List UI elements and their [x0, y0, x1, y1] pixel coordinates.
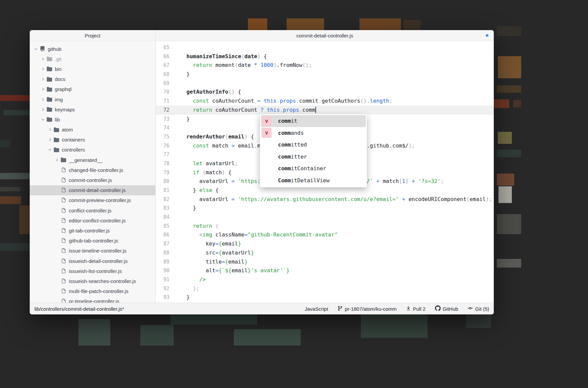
tree-file-github-tab-controller.js[interactable]: github-tab-controller.js: [30, 236, 155, 246]
code-text: return (: [175, 222, 218, 231]
code-line[interactable]: 66humanizeTimeSince(date) {: [156, 52, 494, 61]
tree-folder-atom[interactable]: atom: [30, 125, 155, 135]
tree-file-issue-timeline-controller.js[interactable]: issue-timeline-controller.js: [30, 246, 155, 256]
tree-folder--generated-[interactable]: __generated__: [30, 155, 155, 165]
autocomplete-item[interactable]: vcommands: [261, 127, 366, 139]
code-line[interactable]: 87 key={email}: [156, 239, 494, 249]
code-editor[interactable]: 6566humanizeTimeSince(date) {67 return m…: [156, 41, 494, 303]
chevron-spacer: [54, 188, 60, 193]
code-line[interactable]: 81 } else {: [156, 186, 494, 195]
tree-file-changed-file-controller.js[interactable]: changed-file-controller.js: [30, 165, 155, 175]
bg-shape: [248, 18, 267, 30]
autocomplete-item[interactable]: vcommit: [261, 115, 366, 127]
code-line[interactable]: 91 />: [156, 275, 494, 284]
tree-folder-graphql[interactable]: graphql: [30, 84, 155, 94]
tree-file-conflict-controller.js[interactable]: conflict-controller.js: [30, 205, 155, 215]
tree-folder-containers[interactable]: containers: [30, 135, 155, 145]
tree-file-issueish-searches-controller.js[interactable]: issueish-searches-controller.js: [30, 276, 155, 286]
code-line[interactable]: 85 return (: [156, 222, 494, 231]
tree-folder-controllers[interactable]: controllers: [30, 145, 155, 155]
chevron-right-icon[interactable]: [47, 127, 53, 132]
code-token: email: [232, 267, 248, 274]
tree-file-commit-detail-controller.js[interactable]: commit-detail-controller.js: [30, 185, 155, 195]
code-token: className: [212, 231, 244, 238]
status-pull[interactable]: Pull 2: [406, 306, 426, 312]
code-token: =: [257, 98, 261, 104]
tree-file-multi-file-patch-controller.js[interactable]: multi-file-patch-controller.js: [30, 286, 155, 296]
autocomplete-item[interactable]: committed: [261, 139, 366, 151]
code-token: [186, 231, 199, 238]
code-text: [175, 43, 186, 52]
chevron-spacer: [54, 278, 60, 284]
chevron-right-icon[interactable]: [40, 97, 46, 102]
tree-file-issueish-list-controller.js[interactable]: issueish-list-controller.js: [30, 266, 155, 276]
project-tree-panel: github.gitbindocsgraphqlimgkeymapslibato…: [30, 41, 156, 303]
status-branch[interactable]: pr-1807/atom/ku-comm: [337, 306, 397, 312]
code-line[interactable]: 93}: [156, 293, 494, 302]
code-token: img: [202, 231, 212, 238]
tree-folder-keymaps[interactable]: keymaps: [30, 104, 155, 114]
code-token: email: [470, 196, 486, 202]
chevron-right-icon[interactable]: [40, 66, 46, 72]
code-token: ]: [405, 178, 409, 184]
tree-folder-lib[interactable]: lib: [30, 114, 155, 124]
bg-shape: [497, 259, 521, 268]
code-line[interactable]: 84: [156, 213, 494, 222]
tree-file-pr-timeline-controller.js[interactable]: pr-timeline-controller.js: [30, 296, 155, 303]
code-token: {: [235, 89, 241, 95]
code-line[interactable]: 92 );: [156, 284, 494, 293]
code-line[interactable]: 89 title={email}: [156, 258, 494, 267]
tree-folder-bin[interactable]: bin: [30, 64, 155, 74]
code-line[interactable]: 68}: [156, 70, 494, 79]
tree-folder-img[interactable]: img: [30, 94, 155, 104]
status-bar-right: JavaScript pr-1807/atom/ku-comm Pull 2 G…: [305, 305, 489, 312]
chevron-right-icon[interactable]: [40, 107, 46, 112]
tree-file-commit-preview-controller.js[interactable]: commit-preview-controller.js: [30, 195, 155, 205]
tree-file-issueish-detail-controller.js[interactable]: issueish-detail-controller.js: [30, 256, 155, 266]
tree-file-editor-conflict-controller.js[interactable]: editor-conflict-controller.js: [30, 215, 155, 225]
chevron-down-icon[interactable]: [40, 117, 46, 122]
code-line[interactable]: 69: [156, 79, 494, 88]
code-line[interactable]: 82 avatarUrl = 'https://avatars.githubus…: [156, 195, 494, 204]
code-text: let avatarUrl;: [175, 159, 238, 168]
tree-item-label: editor-conflict-controller.js: [69, 218, 126, 223]
autocomplete-item[interactable]: CommitDetailView: [261, 175, 366, 187]
code-line[interactable]: 71 const coAuthorCount = this.props.comm…: [156, 97, 494, 106]
tree-folder-github[interactable]: github: [30, 44, 155, 54]
code-line[interactable]: 83 }: [156, 204, 494, 213]
folder-icon: [53, 127, 59, 132]
bg-shape: [3, 110, 30, 115]
file-icon: [60, 208, 66, 213]
code-line[interactable]: 90 alt={`${email}'s avatar'`}: [156, 266, 494, 275]
status-github[interactable]: GitHub: [435, 305, 458, 312]
bg-shape: [497, 85, 521, 93]
chevron-right-icon[interactable]: [54, 157, 60, 163]
code-line[interactable]: 70getAuthorInfo() {: [156, 88, 494, 97]
autocomplete-item[interactable]: committer: [261, 151, 366, 163]
code-line[interactable]: 88 src={avatarUrl}: [156, 249, 494, 258]
code-line[interactable]: 65: [156, 43, 494, 52]
code-token: }: [186, 205, 196, 211]
code-text: }: [175, 70, 190, 79]
tree-folder-.git[interactable]: .git: [30, 54, 155, 64]
tree-file-commit-controller.js[interactable]: commit-controller.js: [30, 175, 155, 185]
line-number: 81: [156, 186, 175, 195]
autocomplete-item[interactable]: commitContainer: [261, 163, 366, 175]
editor-tab[interactable]: commit-detail-controller.js: [156, 30, 494, 41]
line-number: 80: [156, 177, 175, 186]
status-language[interactable]: JavaScript: [305, 306, 328, 312]
chevron-right-icon[interactable]: [40, 87, 46, 92]
code-line[interactable]: 67 return moment(date * 1000).fromNow();: [156, 61, 494, 70]
chevron-right-icon[interactable]: [47, 137, 53, 142]
status-git[interactable]: Git (5): [467, 305, 489, 312]
chevron-down-icon[interactable]: [47, 147, 53, 153]
tree-folder-docs[interactable]: docs: [30, 74, 155, 84]
code-token: moment: [212, 62, 235, 68]
code-text: alt={`${email}'s avatar'`}: [175, 266, 289, 275]
chevron-down-icon[interactable]: [33, 46, 39, 52]
chevron-right-icon[interactable]: [40, 56, 46, 62]
chevron-right-icon[interactable]: [40, 77, 46, 82]
tree-file-git-tab-controller.js[interactable]: git-tab-controller.js: [30, 225, 155, 235]
code-line[interactable]: 72 return coAuthorCount ? this.props.com…: [156, 106, 494, 115]
code-line[interactable]: 86 <img className="github-RecentCommit-a…: [156, 230, 494, 239]
